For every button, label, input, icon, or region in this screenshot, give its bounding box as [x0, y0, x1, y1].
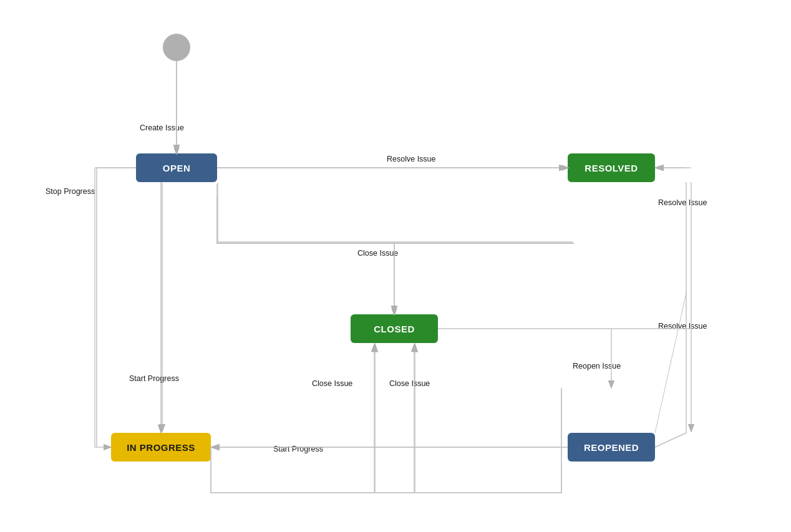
diagram-container: OPEN RESOLVED CLOSED IN PROGRESS REOPENE…: [0, 0, 791, 532]
main-arrows-svg: [0, 0, 791, 532]
